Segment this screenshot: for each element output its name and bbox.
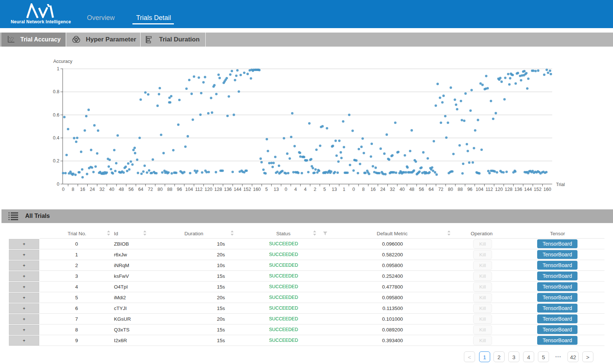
- svg-text:56: 56: [128, 187, 134, 192]
- svg-text:72: 72: [148, 187, 153, 192]
- svg-text:0.6: 0.6: [53, 112, 59, 118]
- svg-text:0.2: 0.2: [53, 158, 59, 164]
- svg-text:4: 4: [304, 187, 307, 192]
- svg-text:144: 144: [524, 187, 532, 192]
- svg-text:24: 24: [380, 187, 385, 192]
- svg-text:16: 16: [80, 187, 85, 192]
- svg-text:13: 13: [274, 187, 279, 192]
- svg-text:48: 48: [409, 187, 414, 192]
- svg-text:13: 13: [332, 187, 337, 192]
- svg-text:48: 48: [119, 187, 124, 192]
- svg-text:40: 40: [400, 187, 405, 192]
- svg-text:0: 0: [353, 187, 355, 192]
- svg-text:136: 136: [515, 187, 522, 192]
- svg-text:64: 64: [138, 187, 143, 192]
- svg-text:40: 40: [109, 187, 114, 192]
- svg-text:0: 0: [284, 187, 287, 192]
- svg-text:96: 96: [467, 187, 472, 192]
- svg-text:Accuracy: Accuracy: [53, 59, 73, 64]
- svg-text:4: 4: [294, 187, 297, 192]
- svg-text:112: 112: [195, 187, 202, 192]
- svg-text:0: 0: [57, 182, 60, 187]
- svg-text:88: 88: [167, 187, 172, 192]
- svg-text:56: 56: [419, 187, 424, 192]
- svg-text:80: 80: [158, 187, 163, 192]
- svg-text:96: 96: [177, 187, 182, 192]
- svg-text:112: 112: [486, 187, 493, 192]
- svg-text:0.4: 0.4: [53, 135, 59, 141]
- svg-text:0: 0: [62, 187, 65, 192]
- svg-text:24: 24: [90, 187, 95, 192]
- svg-text:152: 152: [534, 187, 542, 192]
- svg-text:32: 32: [100, 187, 105, 192]
- svg-text:128: 128: [214, 187, 222, 192]
- svg-text:Trial: Trial: [556, 182, 565, 187]
- svg-text:72: 72: [438, 187, 444, 192]
- svg-text:8: 8: [72, 187, 74, 192]
- svg-text:120: 120: [495, 187, 503, 192]
- svg-text:80: 80: [448, 187, 453, 192]
- svg-text:16: 16: [370, 187, 375, 192]
- svg-text:5: 5: [323, 187, 326, 192]
- svg-text:1: 1: [57, 66, 60, 71]
- svg-text:160: 160: [543, 187, 551, 192]
- svg-text:8: 8: [362, 187, 365, 192]
- svg-text:0.8: 0.8: [53, 89, 59, 94]
- svg-text:104: 104: [185, 187, 193, 192]
- svg-text:64: 64: [429, 187, 434, 192]
- svg-text:5: 5: [265, 187, 268, 192]
- svg-text:144: 144: [234, 187, 242, 192]
- svg-text:152: 152: [243, 187, 251, 192]
- svg-text:32: 32: [390, 187, 395, 192]
- svg-text:160: 160: [253, 187, 261, 192]
- svg-text:2: 2: [314, 187, 316, 192]
- svg-text:1: 1: [343, 187, 345, 192]
- svg-text:88: 88: [458, 187, 463, 192]
- svg-text:128: 128: [505, 187, 512, 192]
- svg-text:136: 136: [224, 187, 232, 192]
- svg-text:120: 120: [205, 187, 212, 192]
- svg-text:104: 104: [476, 187, 484, 192]
